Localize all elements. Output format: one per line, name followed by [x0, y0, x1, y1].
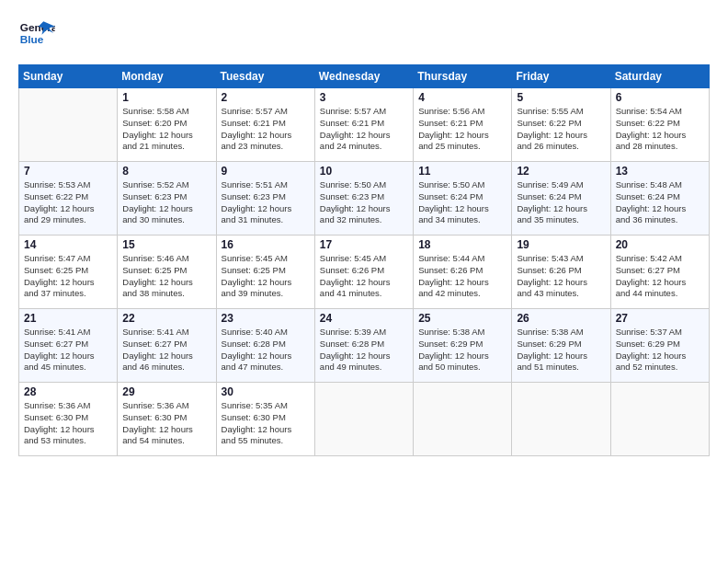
day-info: Sunrise: 5:46 AM Sunset: 6:25 PM Dayligh… — [122, 253, 210, 300]
calendar-table: SundayMondayTuesdayWednesdayThursdayFrid… — [18, 64, 710, 456]
calendar-cell: 16Sunrise: 5:45 AM Sunset: 6:25 PM Dayli… — [216, 236, 314, 309]
day-number: 29 — [122, 385, 210, 398]
day-info: Sunrise: 5:41 AM Sunset: 6:27 PM Dayligh… — [122, 327, 210, 373]
day-number: 30 — [222, 385, 310, 398]
day-info: Sunrise: 5:38 AM Sunset: 6:29 PM Dayligh… — [418, 327, 506, 373]
weekday-header-sunday: Sunday — [19, 65, 118, 88]
calendar-week-row: 14Sunrise: 5:47 AM Sunset: 6:25 PM Dayli… — [19, 236, 710, 309]
calendar-cell: 19Sunrise: 5:43 AM Sunset: 6:26 PM Dayli… — [512, 236, 610, 309]
day-info: Sunrise: 5:45 AM Sunset: 6:25 PM Dayligh… — [222, 253, 310, 300]
day-number: 18 — [418, 238, 506, 251]
day-number: 27 — [616, 312, 704, 325]
day-info: Sunrise: 5:56 AM Sunset: 6:21 PM Dayligh… — [418, 106, 506, 153]
calendar-cell: 2Sunrise: 5:57 AM Sunset: 6:21 PM Daylig… — [216, 88, 314, 162]
day-number: 5 — [517, 91, 605, 104]
day-number: 6 — [616, 91, 704, 104]
calendar-week-row: 7Sunrise: 5:53 AM Sunset: 6:22 PM Daylig… — [19, 162, 710, 236]
day-number: 21 — [24, 312, 112, 325]
day-info: Sunrise: 5:57 AM Sunset: 6:21 PM Dayligh… — [222, 106, 310, 153]
day-number: 8 — [122, 165, 210, 178]
calendar-cell: 8Sunrise: 5:52 AM Sunset: 6:23 PM Daylig… — [118, 162, 216, 236]
day-info: Sunrise: 5:47 AM Sunset: 6:25 PM Dayligh… — [24, 253, 112, 300]
day-number: 3 — [320, 91, 408, 104]
day-info: Sunrise: 5:38 AM Sunset: 6:29 PM Dayligh… — [517, 327, 605, 373]
day-number: 24 — [320, 312, 408, 325]
calendar-cell: 5Sunrise: 5:55 AM Sunset: 6:22 PM Daylig… — [512, 88, 610, 162]
day-number: 19 — [517, 238, 605, 251]
day-info: Sunrise: 5:36 AM Sunset: 6:30 PM Dayligh… — [24, 400, 112, 447]
day-info: Sunrise: 5:57 AM Sunset: 6:21 PM Dayligh… — [320, 106, 408, 153]
day-info: Sunrise: 5:41 AM Sunset: 6:27 PM Dayligh… — [24, 327, 112, 373]
day-number: 22 — [122, 312, 210, 325]
calendar-cell — [414, 383, 512, 456]
day-number: 11 — [418, 165, 506, 178]
day-info: Sunrise: 5:42 AM Sunset: 6:27 PM Dayligh… — [616, 253, 704, 300]
day-number: 28 — [24, 385, 112, 398]
weekday-header-thursday: Thursday — [414, 65, 512, 88]
calendar-cell: 20Sunrise: 5:42 AM Sunset: 6:27 PM Dayli… — [610, 236, 709, 309]
day-number: 25 — [418, 312, 506, 325]
calendar-cell: 13Sunrise: 5:48 AM Sunset: 6:24 PM Dayli… — [610, 162, 709, 236]
calendar-cell: 12Sunrise: 5:49 AM Sunset: 6:24 PM Dayli… — [512, 162, 610, 236]
day-number: 16 — [222, 238, 310, 251]
day-number: 20 — [616, 238, 704, 251]
day-number: 26 — [517, 312, 605, 325]
calendar-cell: 25Sunrise: 5:38 AM Sunset: 6:29 PM Dayli… — [414, 309, 512, 383]
day-number: 7 — [24, 165, 112, 178]
calendar-cell — [512, 383, 610, 456]
weekday-header-tuesday: Tuesday — [216, 65, 314, 88]
weekday-header-saturday: Saturday — [610, 65, 709, 88]
calendar-cell — [314, 383, 413, 456]
calendar-cell: 9Sunrise: 5:51 AM Sunset: 6:23 PM Daylig… — [216, 162, 314, 236]
day-info: Sunrise: 5:49 AM Sunset: 6:24 PM Dayligh… — [517, 179, 605, 226]
calendar-cell: 23Sunrise: 5:40 AM Sunset: 6:28 PM Dayli… — [216, 309, 314, 383]
calendar-cell: 17Sunrise: 5:45 AM Sunset: 6:26 PM Dayli… — [314, 236, 413, 309]
day-info: Sunrise: 5:40 AM Sunset: 6:28 PM Dayligh… — [222, 327, 310, 373]
day-info: Sunrise: 5:44 AM Sunset: 6:26 PM Dayligh… — [418, 253, 506, 300]
calendar-week-row: 1Sunrise: 5:58 AM Sunset: 6:20 PM Daylig… — [19, 88, 710, 162]
logo-icon: General Blue — [18, 15, 55, 55]
calendar-page: General Blue SundayMondayTuesdayWednesda… — [0, 0, 728, 563]
day-info: Sunrise: 5:55 AM Sunset: 6:22 PM Dayligh… — [517, 106, 605, 153]
weekday-header-wednesday: Wednesday — [314, 65, 413, 88]
calendar-cell: 30Sunrise: 5:35 AM Sunset: 6:30 PM Dayli… — [216, 383, 314, 456]
day-info: Sunrise: 5:37 AM Sunset: 6:29 PM Dayligh… — [616, 327, 704, 373]
calendar-week-row: 28Sunrise: 5:36 AM Sunset: 6:30 PM Dayli… — [19, 383, 710, 456]
weekday-header-friday: Friday — [512, 65, 610, 88]
day-info: Sunrise: 5:50 AM Sunset: 6:24 PM Dayligh… — [418, 179, 506, 226]
day-number: 17 — [320, 238, 408, 251]
day-info: Sunrise: 5:35 AM Sunset: 6:30 PM Dayligh… — [222, 400, 310, 447]
calendar-week-row: 21Sunrise: 5:41 AM Sunset: 6:27 PM Dayli… — [19, 309, 710, 383]
calendar-cell — [19, 88, 118, 162]
day-number: 23 — [222, 312, 310, 325]
calendar-cell: 10Sunrise: 5:50 AM Sunset: 6:23 PM Dayli… — [314, 162, 413, 236]
calendar-cell: 22Sunrise: 5:41 AM Sunset: 6:27 PM Dayli… — [118, 309, 216, 383]
day-info: Sunrise: 5:52 AM Sunset: 6:23 PM Dayligh… — [122, 179, 210, 226]
weekday-header-monday: Monday — [118, 65, 216, 88]
day-info: Sunrise: 5:36 AM Sunset: 6:30 PM Dayligh… — [122, 400, 210, 447]
day-number: 2 — [222, 91, 310, 104]
calendar-cell: 6Sunrise: 5:54 AM Sunset: 6:22 PM Daylig… — [610, 88, 709, 162]
calendar-cell: 28Sunrise: 5:36 AM Sunset: 6:30 PM Dayli… — [19, 383, 118, 456]
page-header: General Blue — [18, 15, 710, 55]
day-number: 14 — [24, 238, 112, 251]
day-number: 15 — [122, 238, 210, 251]
calendar-cell: 11Sunrise: 5:50 AM Sunset: 6:24 PM Dayli… — [414, 162, 512, 236]
day-info: Sunrise: 5:58 AM Sunset: 6:20 PM Dayligh… — [122, 106, 210, 153]
day-info: Sunrise: 5:45 AM Sunset: 6:26 PM Dayligh… — [320, 253, 408, 300]
day-number: 1 — [122, 91, 210, 104]
calendar-cell: 18Sunrise: 5:44 AM Sunset: 6:26 PM Dayli… — [414, 236, 512, 309]
calendar-cell: 7Sunrise: 5:53 AM Sunset: 6:22 PM Daylig… — [19, 162, 118, 236]
calendar-cell: 24Sunrise: 5:39 AM Sunset: 6:28 PM Dayli… — [314, 309, 413, 383]
day-number: 9 — [222, 165, 310, 178]
calendar-cell: 21Sunrise: 5:41 AM Sunset: 6:27 PM Dayli… — [19, 309, 118, 383]
calendar-cell: 3Sunrise: 5:57 AM Sunset: 6:21 PM Daylig… — [314, 88, 413, 162]
logo: General Blue — [18, 15, 55, 55]
day-number: 10 — [320, 165, 408, 178]
day-info: Sunrise: 5:39 AM Sunset: 6:28 PM Dayligh… — [320, 327, 408, 373]
weekday-header-row: SundayMondayTuesdayWednesdayThursdayFrid… — [19, 65, 710, 88]
day-number: 4 — [418, 91, 506, 104]
day-info: Sunrise: 5:53 AM Sunset: 6:22 PM Dayligh… — [24, 179, 112, 226]
day-info: Sunrise: 5:50 AM Sunset: 6:23 PM Dayligh… — [320, 179, 408, 226]
day-info: Sunrise: 5:51 AM Sunset: 6:23 PM Dayligh… — [222, 179, 310, 226]
